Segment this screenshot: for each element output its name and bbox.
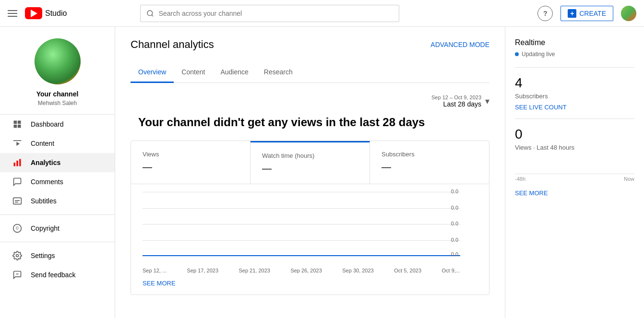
panel-divider-1 [515,67,634,68]
svg-rect-4 [14,125,17,128]
channel-avatar[interactable] [35,38,81,84]
x-label-6: Oct 9,... [441,268,460,273]
sidebar-item-analytics[interactable]: Analytics [0,153,115,172]
tab-research[interactable]: Research [256,62,300,83]
grid-line-4: 0.0 [143,240,460,243]
mini-chart [515,155,634,174]
logo[interactable]: Studio [25,7,67,19]
header-left: Studio [8,7,67,19]
subtitles-icon [12,196,23,206]
analytics-label: Analytics [31,159,60,166]
see-more-panel-button[interactable]: SEE MORE [515,189,634,197]
dashboard-label: Dashboard [31,120,64,128]
grid-line-2: 0.0 [143,208,460,211]
subscribers-value: — [382,162,477,173]
sidebar-item-settings[interactable]: Settings [0,246,115,265]
empty-message: Your channel didn't get any views in the… [131,116,489,129]
svg-rect-10 [19,159,21,166]
search-input[interactable] [159,10,393,17]
tab-audience[interactable]: Audience [213,62,256,83]
search-icon [146,10,154,17]
sidebar-item-copyright[interactable]: © Copyright [0,219,115,238]
time-start: -48h [515,176,525,182]
hamburger-icon[interactable] [8,10,17,17]
sidebar-item-content[interactable]: Content [0,134,115,153]
svg-rect-9 [16,161,18,166]
avatar-image [621,6,636,21]
youtube-play-icon [31,10,37,17]
channel-profile: Your channel Mehwish Saleh [0,27,115,115]
sidebar-item-subtitles[interactable]: Subtitles [0,191,115,211]
svg-rect-3 [18,121,21,124]
subscribers-label: Subscribers [382,151,477,158]
stat-box-watch-time[interactable]: Watch time (hours) — [250,141,370,184]
y-label-4: 0.0 [451,237,460,243]
views-label: Views [143,151,239,158]
analytics-icon [12,158,23,167]
x-label-5: Oct 5, 2023 [394,268,421,273]
subscribers-count: 4 [515,75,634,91]
date-range-picker[interactable]: Sep 12 – Oct 9, 2023 Last 28 days ▾ [431,94,489,108]
x-label-1: Sep 17, 2023 [187,268,218,273]
create-icon [568,9,576,18]
x-label-3: Sep 26, 2023 [290,268,322,273]
sidebar-nav: Dashboard Content Analytics Comments [0,115,115,284]
header-right: ? CREATE [537,6,636,21]
x-axis: Sep 12, ... Sep 17, 2023 Sep 21, 2023 Se… [143,268,460,273]
svg-point-16 [16,255,19,257]
feedback-label: Send feedback [31,271,75,279]
time-axis: -48h Now [515,176,634,182]
see-more-label[interactable]: SEE MORE [143,280,176,287]
settings-label: Settings [31,252,55,259]
subscribers-stat-label: Subscribers [515,93,634,100]
search-bar[interactable] [140,5,399,22]
stat-box-views[interactable]: Views — [131,141,250,184]
subtitles-label: Subtitles [31,197,57,205]
tab-overview[interactable]: Overview [131,62,174,83]
avatar[interactable] [621,6,636,21]
x-label-2: Sep 21, 2023 [239,268,270,273]
svg-marker-7 [16,142,20,146]
sidebar-item-comments[interactable]: Comments [0,172,115,191]
content-label: Content [31,140,54,147]
realtime-title: Realtime [515,38,634,47]
watch-time-value: — [262,163,358,174]
content-area: Channel analytics ADVANCED MODE Overview… [115,27,505,318]
date-range-text: Sep 12 – Oct 9, 2023 Last 28 days [431,94,481,108]
date-main: Last 28 days [431,100,481,108]
header: Studio ? CREATE [0,0,644,27]
views-stat-label: Views · Last 48 hours [515,144,634,151]
time-end: Now [624,176,634,182]
see-more-button[interactable]: SEE MORE [131,275,489,294]
svg-line-1 [152,15,153,16]
stat-box-subscribers[interactable]: Subscribers — [370,141,489,184]
create-button[interactable]: CREATE [561,6,613,21]
page-header: Channel analytics ADVANCED MODE [131,38,489,51]
advanced-mode-button[interactable]: ADVANCED MODE [430,41,489,48]
sidebar: Your channel Mehwish Saleh Dashboard Con… [0,27,115,318]
content-icon [12,139,23,148]
live-indicator: Updating live [515,51,634,58]
channel-avatar-image [35,38,81,84]
help-button[interactable]: ? [537,6,553,21]
studio-label: Studio [45,9,67,18]
main-layout: Your channel Mehwish Saleh Dashboard Con… [0,27,644,318]
copyright-icon: © [12,224,23,233]
see-live-button[interactable]: SEE LIVE COUNT [515,104,634,111]
chart-grid: 0.0 0.0 0.0 0.0 0.0 [143,192,460,256]
sidebar-item-feedback[interactable]: Send feedback [0,265,115,284]
x-label-0: Sep 12, ... [143,268,167,273]
dashboard-icon [12,119,23,129]
chevron-down-icon: ▾ [485,96,489,106]
copyright-label: Copyright [31,224,60,232]
x-label-4: Sep 30, 2023 [342,268,373,273]
chart-container: Views — Watch time (hours) — Subscribers… [131,141,489,295]
channel-name: Your channel [36,90,79,98]
grid-line-1: 0.0 [143,192,460,194]
tab-content[interactable]: Content [174,62,213,83]
svg-text:©: © [16,226,19,231]
sidebar-divider-2 [0,242,115,242]
grid-line-3: 0.0 [143,224,460,226]
svg-rect-2 [14,121,17,124]
sidebar-item-dashboard[interactable]: Dashboard [0,115,115,134]
